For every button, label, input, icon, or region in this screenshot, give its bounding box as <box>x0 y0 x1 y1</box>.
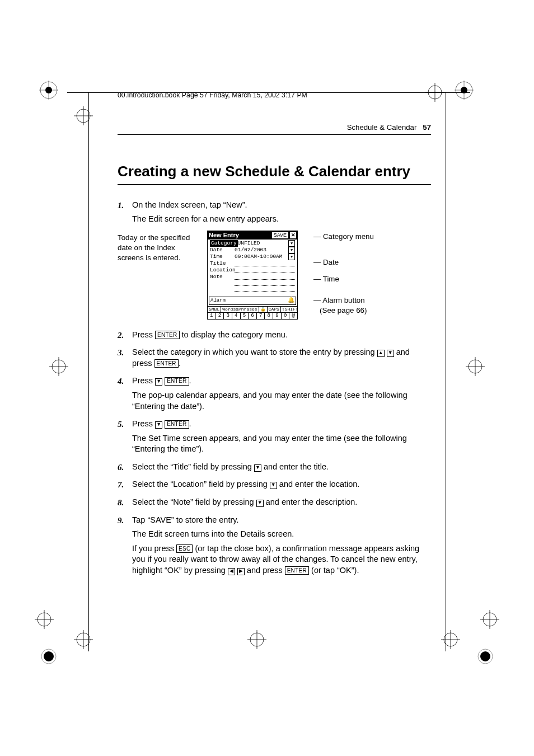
registration-mark-icon <box>74 630 93 649</box>
softkey-row: SMBLWords&Phrases🔒CAPS⇧SHIFT <box>208 306 297 312</box>
numkey: 0 <box>282 313 290 319</box>
corner-ornament-icon <box>39 647 58 666</box>
crop-line <box>88 92 90 651</box>
step-number: 1. <box>118 200 124 211</box>
softkey-words[interactable]: Words&Phrases <box>221 307 259 312</box>
registration-mark-icon <box>35 610 54 629</box>
note-label: Note <box>210 274 235 280</box>
numkey: 1 <box>208 313 216 319</box>
left-arrow-icon: ◀ <box>228 568 235 575</box>
svg-point-38 <box>480 651 490 661</box>
location-field[interactable] <box>235 267 295 273</box>
time-value: 09:00AM-10:00AM <box>235 253 287 260</box>
numkey: 5 <box>241 313 249 319</box>
close-icon[interactable]: ✕ <box>290 232 296 238</box>
dropdown-icon[interactable]: ▼ <box>288 247 295 253</box>
keycap-enter: ENTER <box>165 377 189 386</box>
callout-alarm: — Alarm button (See page 66) <box>313 295 367 316</box>
registration-mark-icon <box>441 630 460 649</box>
step-number: 2. <box>118 330 124 341</box>
down-arrow-icon: ▼ <box>387 350 394 357</box>
header-rule <box>118 134 431 135</box>
note-field[interactable] <box>235 274 295 280</box>
step-number: 4. <box>118 375 124 387</box>
page-number: 57 <box>423 123 431 132</box>
note-field-line2[interactable] <box>235 280 295 286</box>
right-arrow-icon: ▶ <box>237 568 245 575</box>
registration-mark-icon <box>466 357 485 376</box>
date-label: Date <box>210 247 235 253</box>
save-button[interactable]: SAVE <box>272 232 288 238</box>
alarm-row[interactable]: Alarm🔔 <box>209 297 296 305</box>
step-number: 6. <box>118 462 124 473</box>
step-item: 6.Select the “Title” field by pressing ▼… <box>118 462 431 473</box>
keycap-enter: ENTER <box>165 420 189 429</box>
keycap-enter: ENTER <box>155 331 179 339</box>
step-text: Press ▼ ENTER. <box>132 419 431 430</box>
keycap-esc: ESC <box>176 544 193 553</box>
step-text: Tap “SAVE” to store the entry. <box>132 515 431 526</box>
callout-date: — Date <box>313 257 339 267</box>
down-arrow-icon: ▼ <box>155 421 162 429</box>
step-text: If you press ESC (or tap the close box),… <box>132 543 431 576</box>
numkey: 7 <box>257 313 265 319</box>
softkey-smbl[interactable]: SMBL <box>208 307 221 312</box>
corner-ornament-icon <box>476 647 495 666</box>
step-item: 7.Select the “Location” field by pressin… <box>118 479 431 490</box>
registration-mark-icon <box>455 81 474 100</box>
title-field[interactable] <box>235 261 295 266</box>
step-text: The pop-up calendar appears, and you may… <box>132 390 431 412</box>
location-label: Location <box>210 267 235 274</box>
step-number: 3. <box>118 347 124 358</box>
down-arrow-icon: ▼ <box>256 500 264 507</box>
svg-point-36 <box>44 651 54 661</box>
step-text: Select the “Title” field by pressing ▼ a… <box>132 462 431 473</box>
down-arrow-icon: ▼ <box>254 464 261 472</box>
note-field-line3[interactable] <box>235 286 295 292</box>
registration-mark-icon <box>49 357 68 376</box>
down-arrow-icon: ▼ <box>270 482 277 489</box>
softkey-shift[interactable]: ⇧SHIFT <box>281 307 299 312</box>
step-item: 2.Press ENTER to display the category me… <box>118 330 431 341</box>
keycap-enter: ENTER <box>285 566 309 575</box>
step-number: 5. <box>118 419 124 430</box>
softkey-caps[interactable]: CAPS <box>268 307 281 312</box>
steps-list: 1.On the Index screen, tap “New”.The Edi… <box>118 200 431 576</box>
running-header: Schedule & Calendar 57 <box>118 123 431 133</box>
figure-left-caption: Today or the specified date on the Index… <box>118 231 202 263</box>
softkey-lock-icon[interactable]: 🔒 <box>259 307 268 312</box>
dropdown-icon[interactable]: ▼ <box>288 253 295 260</box>
step-number: 8. <box>118 497 124 508</box>
step-item: 4.Press ▼ ENTER.The pop-up calendar appe… <box>118 375 431 412</box>
step-text: The Edit screen for a new entry appears. <box>132 214 431 225</box>
time-label: Time <box>210 253 235 260</box>
step-number: 9. <box>118 515 124 526</box>
numkey: 3 <box>224 313 232 319</box>
screen-title: New Entry <box>209 232 239 240</box>
step-text: The Set Time screen appears, and you may… <box>132 433 431 455</box>
numkey: 2 <box>216 313 224 319</box>
step-item: 8.Select the “Note” field by pressing ▼ … <box>118 497 431 508</box>
numkey: 9 <box>273 313 282 319</box>
number-row: 1234567890@ <box>208 312 297 319</box>
step-text: Press ENTER to display the category menu… <box>132 330 431 341</box>
numkey: @ <box>289 313 297 319</box>
title-label: Title <box>210 260 235 267</box>
step-item: 3.Select the category in which you want … <box>118 347 431 369</box>
step-text: Press ▼ ENTER. <box>132 375 431 387</box>
callout-time: — Time <box>313 274 339 284</box>
file-header: 00.Introduction.book Page 57 Friday, Mar… <box>118 91 431 100</box>
step-text: Select the category in which you want to… <box>132 347 431 369</box>
title-rule <box>118 184 431 185</box>
dropdown-icon[interactable]: ▼ <box>288 240 295 247</box>
page-title: Creating a new Schedule & Calendar entry <box>118 162 431 181</box>
section-name: Schedule & Calendar <box>347 123 417 132</box>
callout-category: — Category menu <box>313 232 374 242</box>
device-screenshot: New EntrySAVE✕Category UNFILED▼Date01/02… <box>207 231 298 320</box>
step-text: Select the “Note” field by pressing ▼ an… <box>132 497 431 508</box>
step-text: Select the “Location” field by pressing … <box>132 479 431 490</box>
up-arrow-icon: ▲ <box>377 350 385 357</box>
registration-mark-icon <box>480 610 499 629</box>
step-item: 9.Tap “SAVE” to store the entry.The Edit… <box>118 515 431 576</box>
numkey: 4 <box>232 313 241 319</box>
